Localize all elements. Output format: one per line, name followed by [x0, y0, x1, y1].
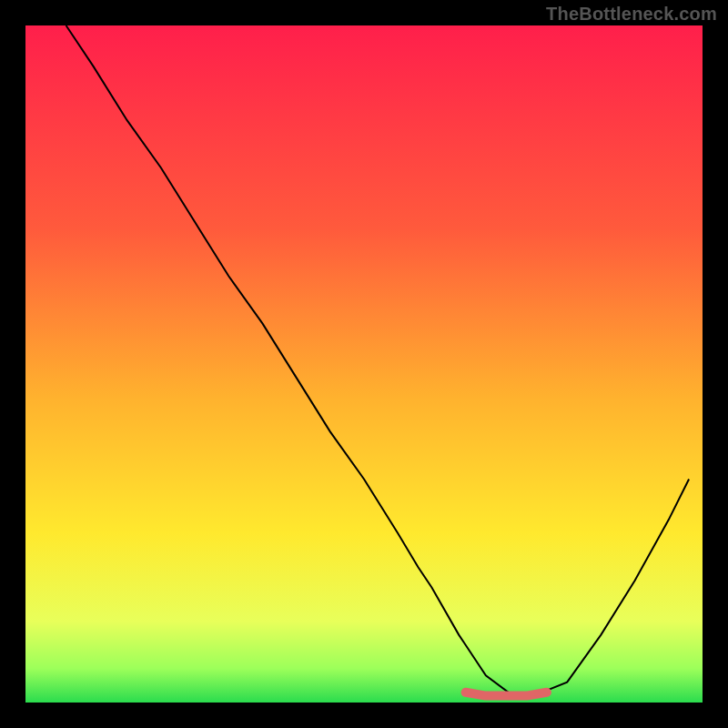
- chart-container: TheBottleneck.com: [0, 0, 728, 728]
- plot-background: [25, 25, 703, 703]
- series-optimal-range-marker: [466, 693, 547, 696]
- watermark-text: TheBottleneck.com: [546, 4, 717, 25]
- bottleneck-chart: [0, 0, 728, 728]
